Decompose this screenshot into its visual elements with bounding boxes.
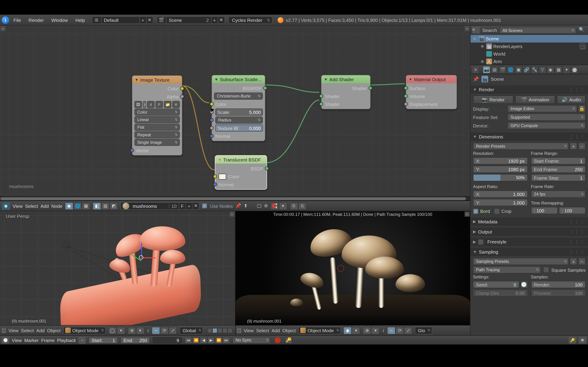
nodeed-menu-add[interactable]: Add xyxy=(41,203,49,209)
ctx-particles-icon[interactable]: ✦ xyxy=(563,66,570,73)
screen-layout-selector[interactable]: ⊞ + ✕ xyxy=(92,16,153,24)
snap-toggle[interactable]: 🧲 ▾ xyxy=(270,202,287,209)
linestyle-data-icon[interactable]: ▦ xyxy=(82,202,90,209)
image-datablock-row[interactable]: 🖼 mu 4 F 📁 ✕ xyxy=(134,101,180,108)
node-editor-area[interactable]: + + ▼Image Texture Color Alpha xyxy=(0,26,470,196)
socket-out-alpha[interactable]: Alpha xyxy=(132,92,182,100)
image-unlink-button[interactable]: ✕ xyxy=(172,101,180,108)
outliner-filter-dropdown[interactable]: All Scenes xyxy=(500,27,576,34)
layer-buttons[interactable] xyxy=(207,328,233,333)
render-audio-button[interactable]: 🔊Audio xyxy=(557,95,586,104)
ctx-physics-icon[interactable]: ⬤ xyxy=(571,66,578,73)
tl-menu-marker[interactable]: Marker xyxy=(24,337,39,342)
layout-browse-icon[interactable]: ⊞ xyxy=(92,17,101,23)
ctx-render-icon[interactable]: 📷 xyxy=(483,66,490,73)
blender-info-icon[interactable]: i xyxy=(2,16,9,24)
play-reverse-icon[interactable]: ◀ xyxy=(200,337,207,344)
orientation-dropdown[interactable]: Glo xyxy=(415,327,432,334)
render-samples-field[interactable]: Render:100 xyxy=(531,281,586,288)
vp-menu-view[interactable]: View xyxy=(9,328,18,333)
end-frame-field[interactable]: End Frame:250 xyxy=(531,166,586,173)
editor-type-icon[interactable]: ≡ xyxy=(472,66,479,73)
jump-prev-key-icon[interactable]: ⏪ xyxy=(192,337,200,344)
play-icon[interactable]: ▶ xyxy=(207,337,215,344)
render-animation-button[interactable]: 🎬Animation xyxy=(515,95,555,104)
socket-in-surface[interactable]: Surface xyxy=(406,84,457,92)
outliner-tree[interactable]: ⊖🎬Scene ⊕▤RenderLayers◳ 🌐World ⊕人Arm xyxy=(471,35,588,65)
image-name-field[interactable]: mu xyxy=(143,101,146,108)
outliner-row-object[interactable]: ⊕人Arm xyxy=(471,58,588,65)
socket-in-texture-blur[interactable]: Texture Bl:0.000 xyxy=(212,124,265,132)
seed-field[interactable]: Seed:0 xyxy=(473,281,519,288)
manip-scale-icon[interactable]: ⤢ xyxy=(169,327,177,334)
pivot-buttons[interactable]: ⊕ ▾ xyxy=(128,327,144,334)
render-presets-dropdown[interactable]: Render Presets xyxy=(473,143,569,150)
copy-paste-buttons[interactable]: ⎘ ⎗ xyxy=(290,202,306,209)
editor-type-icon[interactable]: 🕓 xyxy=(2,337,9,344)
compositor-tree-icon[interactable]: ▨ xyxy=(101,202,110,209)
nodeed-menu-node[interactable]: Node xyxy=(51,203,62,209)
material-fakeuser-button[interactable]: F xyxy=(179,202,185,209)
panel-header-metadata[interactable]: ▶Metadata⋮⋮⋮ xyxy=(471,217,588,226)
shader-tree-icon[interactable]: ◧ xyxy=(93,202,101,209)
menu-file[interactable]: File xyxy=(10,15,24,25)
ctx-world-icon[interactable]: 🌐 xyxy=(507,66,514,73)
node-header[interactable]: ▼Subsurface Scatte... xyxy=(212,75,265,83)
socket-in-scale[interactable]: Scale:5.000 xyxy=(212,108,265,116)
vp-menu-object[interactable]: Object xyxy=(282,328,296,333)
ctx-data-icon[interactable]: ▽ xyxy=(539,66,546,73)
menu-help[interactable]: Help xyxy=(72,15,88,25)
material-users[interactable]: 10 xyxy=(169,203,179,209)
socket-in-normal[interactable]: Normal xyxy=(215,180,267,188)
viewport-3d-right[interactable]: Time:00:00.17 | Mem:111.60M, Peak:111.60… xyxy=(235,211,470,335)
auto-record-icon[interactable] xyxy=(275,337,281,343)
resolution-y-field[interactable]: Y:1080 px xyxy=(473,166,528,173)
ctx-constraints-icon[interactable]: 🔗 xyxy=(523,66,530,73)
editor-type-icon[interactable]: ⬚ xyxy=(2,328,6,333)
editor-type-icon[interactable]: ⬚ xyxy=(237,328,241,333)
integrator-dropdown[interactable]: Path Tracing xyxy=(473,266,541,273)
key-insert-icon[interactable]: 🔑 xyxy=(569,337,576,344)
jump-end-icon[interactable]: ⏭ xyxy=(223,337,230,344)
manipulator-toggle-icon[interactable]: ↕ xyxy=(147,328,149,333)
ctx-texture-icon[interactable]: ▦ xyxy=(555,66,562,73)
tree-type-toggle[interactable]: ◧ ▨ ◩ xyxy=(93,202,118,209)
shading-wire-icon[interactable]: ◯ xyxy=(108,327,117,334)
aspect-x-field[interactable]: X:1.000 xyxy=(473,191,528,198)
pivot-menu-icon[interactable]: ▾ xyxy=(371,327,380,334)
image-source-dropdown[interactable]: Single Image xyxy=(134,139,180,146)
backdrop-icon[interactable]: 🖵 xyxy=(257,203,261,209)
properties-area[interactable]: 📌 🎬 Scene ▼Render⋮⋮⋮ 📷Render 🎬Animation … xyxy=(471,75,588,335)
shader-type-toggle[interactable]: ◉ 🌐 ▦ xyxy=(65,202,90,209)
preset-add-button[interactable]: + xyxy=(570,143,577,150)
fps-dropdown[interactable]: 24 fps xyxy=(531,191,586,198)
outliner-row-renderlayers[interactable]: ⊕▤RenderLayers◳ xyxy=(471,42,588,50)
outliner-search-icon[interactable]: 🔍 xyxy=(579,27,586,34)
socket-in-vector[interactable]: Vector xyxy=(132,146,182,154)
pin-icon[interactable]: 📌 xyxy=(235,203,241,209)
socket-out-bssrdf[interactable]: BSSRDF xyxy=(212,84,265,92)
mode-dropdown[interactable]: Object Mode xyxy=(63,327,106,334)
ctx-scene-icon[interactable]: 🎬 xyxy=(499,66,506,73)
sync-mode-dropdown[interactable]: No Sync xyxy=(233,337,270,344)
range-icon[interactable]: ↔ xyxy=(78,337,86,344)
parent-node-icon[interactable]: ⬆ xyxy=(244,203,248,209)
resolution-x-field[interactable]: X:1920 px xyxy=(473,157,528,165)
ctx-modifiers-icon[interactable]: 🔧 xyxy=(531,66,538,73)
start-frame-field[interactable]: Start Frame:1 xyxy=(531,157,586,165)
extension-dropdown[interactable]: Repeat xyxy=(134,131,180,138)
socket-in-color[interactable]: Color xyxy=(215,173,267,181)
node-header[interactable]: ▼Translucent BSDF xyxy=(215,156,267,164)
tl-menu-frame[interactable]: Frame xyxy=(41,337,55,342)
socket-in-radius[interactable]: Radius xyxy=(212,116,265,124)
pivot-icon[interactable]: ⊕ xyxy=(363,327,371,334)
node-header[interactable]: ▼Material Output xyxy=(406,75,457,83)
ctx-object-icon[interactable]: ▣ xyxy=(515,66,522,73)
vp-menu-select[interactable]: Select xyxy=(256,328,269,333)
clamp-direct-field[interactable]: Clamp Dire0.00 xyxy=(473,289,528,297)
end-frame-field[interactable]: End:250 xyxy=(121,337,150,344)
tl-menu-view[interactable]: View xyxy=(12,337,22,342)
manipulator-mode[interactable]: ↔ ⟳ ⤢ xyxy=(387,327,412,334)
start-frame-field[interactable]: Start:1 xyxy=(88,337,118,344)
node-add-shader[interactable]: ▼Add Shader Shader Shader Shader xyxy=(321,75,371,109)
